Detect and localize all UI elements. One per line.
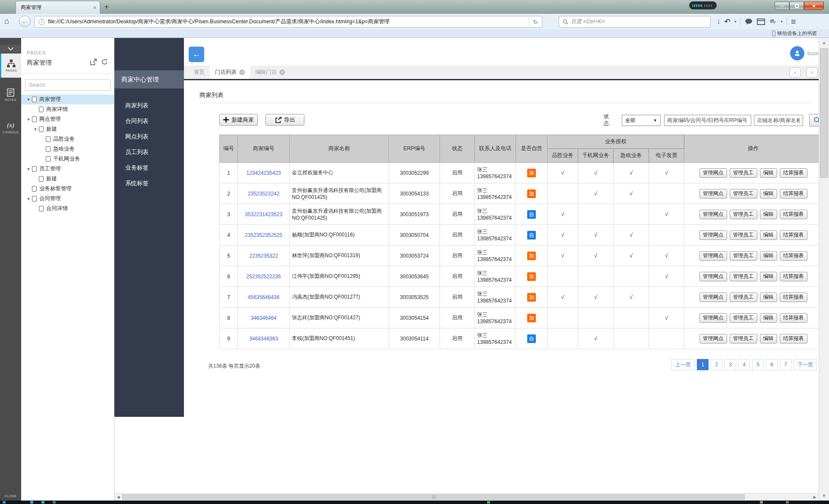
user-chip[interactable]: business [790, 46, 819, 60]
scrollbar-thumb[interactable] [122, 495, 745, 500]
scroll-left-icon[interactable]: ◀ [114, 494, 122, 501]
download-icon[interactable]: ↓ [717, 17, 721, 26]
reload-icon[interactable]: ↻ [528, 17, 542, 27]
next-page-button[interactable]: 下一页 [794, 359, 817, 370]
window-icon[interactable] [757, 19, 765, 25]
edit-button[interactable]: 编辑 [760, 272, 777, 281]
vertical-scrollbar[interactable]: ▲ ▼ [819, 38, 829, 501]
manage-outlets-button[interactable]: 管理网点 [699, 272, 727, 281]
manage-outlets-button[interactable]: 管理网点 [699, 334, 727, 343]
tree-item[interactable]: ▼新建 [21, 124, 114, 134]
search-button[interactable] [809, 114, 819, 126]
settlement-report-button[interactable]: 结算报表 [780, 313, 807, 323]
tree-expand-icon[interactable]: ▼ [25, 98, 32, 102]
adaptive-views-icon[interactable] [101, 59, 108, 65]
merchant-code-link[interactable]: 123424235423 [246, 170, 281, 176]
prev-page-button[interactable]: 上一页 [671, 359, 695, 370]
scroll-up-icon[interactable]: ▲ [819, 39, 829, 47]
settlement-report-button[interactable]: 结算报表 [780, 210, 807, 219]
merchant-code-link[interactable]: 2352352352525 [245, 232, 282, 238]
page-button-3[interactable]: 3 [725, 359, 736, 370]
history-dropdown-icon[interactable]: ▾ [734, 19, 737, 24]
manage-outlets-button[interactable]: 管理网点 [699, 210, 727, 219]
scrollbar-thumb[interactable] [820, 48, 828, 178]
merchant-code-link[interactable]: 346346464 [250, 315, 276, 321]
manage-outlets-button[interactable]: 管理网点 [699, 168, 727, 178]
manage-staff-button[interactable]: 管理员工 [730, 168, 757, 178]
status-select[interactable]: 全部 ▼ [622, 115, 661, 126]
plugin-icon[interactable] [769, 19, 777, 25]
edit-button[interactable]: 编辑 [760, 210, 777, 219]
manage-staff-button[interactable]: 管理员工 [730, 210, 757, 219]
merchant-code-link[interactable]: 252352522235 [246, 274, 281, 280]
manage-outlets-button[interactable]: 管理网点 [699, 251, 727, 261]
page-button-6[interactable]: 6 [766, 359, 778, 370]
home-icon[interactable]: ⌂ [4, 16, 9, 26]
manage-staff-button[interactable]: 管理员工 [730, 251, 757, 261]
tab-close-icon[interactable]: × [239, 69, 245, 75]
browser-tab[interactable]: 商家管理 × [16, 1, 100, 14]
tab-scroll-right-button[interactable]: › [806, 67, 818, 78]
manage-staff-button[interactable]: 管理员工 [730, 230, 757, 240]
edit-button[interactable]: 编辑 [760, 313, 777, 323]
tree-item[interactable]: 千机网业务 [21, 154, 114, 164]
manage-outlets-button[interactable]: 管理网点 [699, 189, 727, 198]
rail-item-pages[interactable]: PAGES [0, 54, 21, 78]
tree-item[interactable]: 业务标签管理 [21, 184, 114, 194]
site-info-icon[interactable]: i [38, 19, 44, 25]
edit-button[interactable]: 编辑 [760, 334, 777, 343]
app-tab[interactable]: 门店列表× [210, 66, 250, 79]
sidebar-item-网点列表[interactable]: 网点列表 [114, 129, 184, 145]
tree-item[interactable]: ▼网点管理 [21, 114, 114, 124]
page-button-2[interactable]: 2 [711, 359, 722, 370]
manage-outlets-button[interactable]: 管理网点 [699, 230, 727, 240]
manage-outlets-button[interactable]: 管理网点 [699, 293, 727, 302]
tree-item[interactable]: 商家详情 [21, 104, 114, 114]
export-button[interactable]: 导出 [266, 114, 304, 126]
tab-close-icon[interactable]: × [279, 69, 285, 75]
back-button[interactable]: ← [189, 47, 204, 62]
merchant-code-link[interactable]: 3532231423523 [245, 211, 282, 217]
merchant-keyword-input[interactable] [664, 115, 751, 126]
scroll-down-icon[interactable]: ▼ [819, 492, 829, 500]
pages-search-input[interactable] [25, 79, 111, 91]
edit-button[interactable]: 编辑 [760, 189, 777, 198]
new-tab-button[interactable]: + [104, 3, 108, 10]
edit-button[interactable]: 编辑 [760, 168, 777, 178]
settlement-report-button[interactable]: 结算报表 [780, 230, 807, 240]
tree-expand-icon[interactable]: ▼ [25, 117, 32, 122]
mobile-bookmarks-item[interactable]: 移动设备上的书签 [772, 30, 817, 37]
windows-taskbar[interactable] [0, 501, 829, 504]
chat-icon[interactable] [744, 18, 753, 25]
window-maximize-button[interactable] [789, 2, 804, 10]
page-button-7[interactable]: 7 [780, 359, 791, 370]
page-button-1[interactable]: 1 [697, 359, 709, 370]
sidebar-item-商家列表[interactable]: 商家列表 [114, 98, 184, 113]
settlement-report-button[interactable]: 结算报表 [780, 168, 807, 178]
scroll-right-icon[interactable]: ▶ [811, 494, 819, 501]
tab-scroll-left-button[interactable]: ‹ [789, 67, 801, 78]
tree-item[interactable]: 急啥业务 [21, 144, 114, 154]
merchant-code-link[interactable]: 2235235322 [249, 253, 278, 259]
manage-staff-button[interactable]: 管理员工 [730, 272, 757, 281]
new-merchant-button[interactable]: 新建商家 [219, 114, 258, 126]
tree-item[interactable]: ▼商家管理 [21, 94, 114, 104]
shop-name-input[interactable] [754, 115, 803, 126]
tree-expand-icon[interactable]: ▼ [32, 127, 39, 132]
manage-staff-button[interactable]: 管理员工 [730, 189, 757, 198]
tree-item[interactable]: 合同详情 [21, 204, 114, 214]
plugin-dropdown-icon[interactable]: ▾ [781, 19, 783, 24]
sidebar-item-员工列表[interactable]: 员工列表 [114, 145, 184, 160]
merchant-code-link[interactable]: 3464346363 [249, 336, 278, 342]
tree-item[interactable]: ▼员工管理 [21, 164, 114, 174]
manage-outlets-button[interactable]: 管理网点 [699, 313, 727, 323]
horizontal-scrollbar[interactable]: ◀ ▶ [114, 493, 819, 501]
tree-expand-icon[interactable]: ▼ [25, 197, 32, 201]
browser-back-button[interactable]: ← [19, 16, 31, 27]
page-button-5[interactable]: 5 [752, 359, 764, 370]
tree-expand-icon[interactable]: ▼ [25, 167, 32, 171]
window-close-button[interactable]: × [804, 2, 824, 10]
sidebar-item-合同列表[interactable]: 合同列表 [114, 113, 184, 129]
merchant-code-link[interactable]: 23523523242 [248, 191, 279, 197]
browser-search-input[interactable]: 百度 <Ctrl+K> [559, 16, 711, 28]
